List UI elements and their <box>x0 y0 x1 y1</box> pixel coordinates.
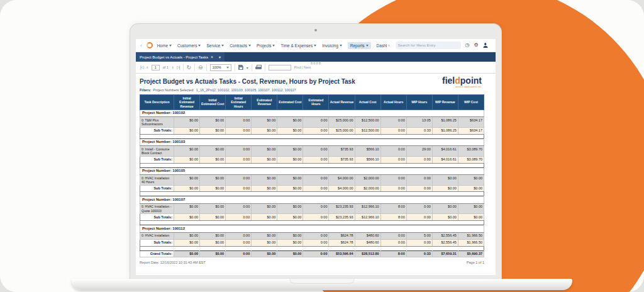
find-next-label[interactable]: Find | Next <box>294 65 311 69</box>
table-header: Task DescriptionInitial Estimated Revenu… <box>140 95 484 110</box>
project-number-cell: Project Number: 100112 <box>140 225 484 233</box>
toolbar-divider <box>235 64 235 71</box>
tab-menu-caret-icon[interactable]: ▾ <box>219 55 221 59</box>
back-to-parent-button[interactable]: ⊖ <box>198 65 203 70</box>
menu-search-input[interactable]: Search for Menu Entry <box>396 42 461 49</box>
top-navbar: ‹ HomeCustomersServiceContractsProjectsT… <box>136 39 496 52</box>
toolbar-divider <box>206 64 207 71</box>
laptop-notch <box>289 279 355 284</box>
chevron-down-icon <box>169 45 172 47</box>
task-row: 0: HVAC Installation 40 Hours$0.00$0.000… <box>140 175 484 186</box>
last-page-button[interactable]: ▷| <box>177 65 180 70</box>
toolbar-divider <box>183 64 184 71</box>
nav-item-time-expenses[interactable]: Time & Expenses <box>280 43 316 48</box>
page-count-label: of 1 <box>163 65 169 69</box>
fieldpoint-logo-text: fieldpoint <box>442 76 482 85</box>
project-group-row: Project Number: 100107 <box>140 196 484 204</box>
sub-totals-row: Sub Totals:$0.00$0.000:00$0.00$0.000:00$… <box>140 214 484 221</box>
nav-item-reports[interactable]: Reports <box>348 42 371 49</box>
column-header: Initial Estimated Revenue <box>174 95 200 110</box>
column-header: Actual Revenue <box>329 95 355 110</box>
background-card: ‹ HomeCustomersServiceContractsProjectsT… <box>0 0 644 292</box>
nav-item-projects[interactable]: Projects <box>257 43 275 48</box>
column-header: Actual Cost <box>355 95 380 110</box>
chevron-down-icon <box>248 45 251 47</box>
spacer-row <box>140 163 484 167</box>
column-header: WIP Cost <box>458 95 484 110</box>
chevron-down-icon <box>226 67 229 69</box>
tab-title: Project Budget vs Actuals - Project Task… <box>140 55 208 59</box>
column-header: WIP Hours <box>406 95 432 110</box>
zoom-select[interactable]: 100% <box>210 64 231 71</box>
page-number-input[interactable]: 1 <box>152 65 160 70</box>
sub-totals-row: Sub Totals:$0.00$0.000:00$0.00$0.000:00$… <box>140 156 484 163</box>
nav-item-invoicing[interactable]: Invoicing <box>322 43 342 48</box>
chevron-down-icon <box>272 45 275 47</box>
splitter-handle[interactable] <box>311 62 321 64</box>
report-tab[interactable]: Project Budget vs Actuals - Project Task… <box>136 52 225 62</box>
nav-item-customers[interactable]: Customers <box>177 43 201 48</box>
chevron-down-icon <box>221 45 224 47</box>
prev-page-button[interactable]: ‹ <box>147 65 148 70</box>
clock-icon[interactable]: ◷ <box>465 43 470 48</box>
column-header: Task Description <box>140 95 174 110</box>
sub-totals-row: Sub Totals:$0.00$0.000:00$0.00$0.000:00$… <box>140 185 484 192</box>
app-screen: ‹ HomeCustomersServiceContractsProjectsT… <box>136 39 496 275</box>
chevron-down-icon <box>340 45 342 47</box>
filters-field-label: Project Numbers Selected: <box>153 88 194 92</box>
column-header: Initial Estimated Cost <box>200 95 226 110</box>
column-header: Estimated Revenue <box>252 95 277 110</box>
user-icon[interactable] <box>483 43 488 48</box>
header-row: Task DescriptionInitial Estimated Revenu… <box>140 95 484 110</box>
filters-value: 1_16_2Proj2, 100102, 100103, 100105, 100… <box>196 88 296 92</box>
sub-totals-row: Sub Totals:$0.00$0.000:00$0.00$0.000:00$… <box>140 239 484 246</box>
tab-bar: Project Budget vs Actuals - Project Task… <box>136 52 496 62</box>
nav-scroll-left-icon[interactable]: ‹ <box>140 43 142 48</box>
report-date: Report Date: 12/16/2022 10:31:43 AM EST <box>140 261 206 264</box>
gear-icon[interactable]: ⚙ <box>474 43 479 48</box>
project-number-cell: Project Number: 100103 <box>140 138 484 146</box>
project-group-row: Project Number: 100102 <box>140 110 484 117</box>
column-header: Initial Estimated Hours <box>226 95 252 110</box>
nav-item-home[interactable]: Home <box>157 43 172 48</box>
project-group-row: Project Number: 100112 <box>140 225 484 233</box>
nav-item-service[interactable]: Service <box>206 43 224 48</box>
fieldpoint-logo-tagline: service applications inc. <box>442 86 482 88</box>
tab-close-icon[interactable]: × <box>211 55 213 59</box>
task-row: 0: Install - Consume Block Contract$0.00… <box>140 146 484 157</box>
report-table: Task DescriptionInitial Estimated Revenu… <box>140 94 484 257</box>
nav-item-contracts[interactable]: Contracts <box>230 43 251 48</box>
spacer-row <box>140 221 484 225</box>
laptop-screen: ‹ HomeCustomersServiceContractsProjectsT… <box>130 23 502 279</box>
project-number-cell: Project Number: 100105 <box>140 167 484 175</box>
task-row: 0: T&M Plus Subcontractors$0.00$0.000:00… <box>140 117 484 128</box>
report-footer: Report Date: 12/16/2022 10:31:43 AM EST … <box>140 261 484 264</box>
spacer-row <box>140 246 484 250</box>
find-input[interactable] <box>269 65 291 70</box>
spacer-row <box>140 134 484 138</box>
task-row: 0: HVAC Installation - Quote 100003$0.00… <box>140 203 484 214</box>
toolbar-divider <box>252 64 252 71</box>
page-indicator: Page 1 of 1 <box>467 261 484 264</box>
column-header: WIP Revenue <box>432 95 458 110</box>
project-group-row: Project Number: 100105 <box>140 167 484 175</box>
column-header: Estimated Cost <box>277 95 303 110</box>
report-page: Project Budget vs Actuals Tasks - Cost, … <box>136 74 496 275</box>
export-caret-icon[interactable]: ▾ <box>247 65 248 70</box>
chevron-down-icon <box>366 45 369 47</box>
first-page-button[interactable]: |◁ <box>140 65 143 70</box>
refresh-button[interactable]: ↻ <box>187 65 192 70</box>
next-page-button[interactable]: › <box>172 65 174 70</box>
column-header: Actual Hours <box>380 95 406 110</box>
nav-item-dashl[interactable]: Dashl› <box>377 43 390 48</box>
fieldpoint-logo: fieldpoint service applications inc. <box>442 76 482 88</box>
chevron-right-icon: › <box>388 43 389 48</box>
toolbar-divider <box>265 64 265 71</box>
project-group-row: Project Number: 100103 <box>140 138 484 146</box>
print-icon[interactable] <box>255 65 262 70</box>
report-toolbar: |◁ ‹ 1 of 1 › ▷| ↻ ⊖ 100% ▾ <box>136 62 496 74</box>
grand-totals-row: Grand Totals:$0.00$0.000:00$0.00$0.000:0… <box>140 250 484 257</box>
task-row: 0: HVAC Installation$0.00$0.000:00$0.00$… <box>140 232 484 239</box>
sub-totals-row: Sub Totals:$0.00$0.000:00$0.00$0.000:00$… <box>140 127 484 134</box>
export-save-icon[interactable] <box>238 65 243 70</box>
